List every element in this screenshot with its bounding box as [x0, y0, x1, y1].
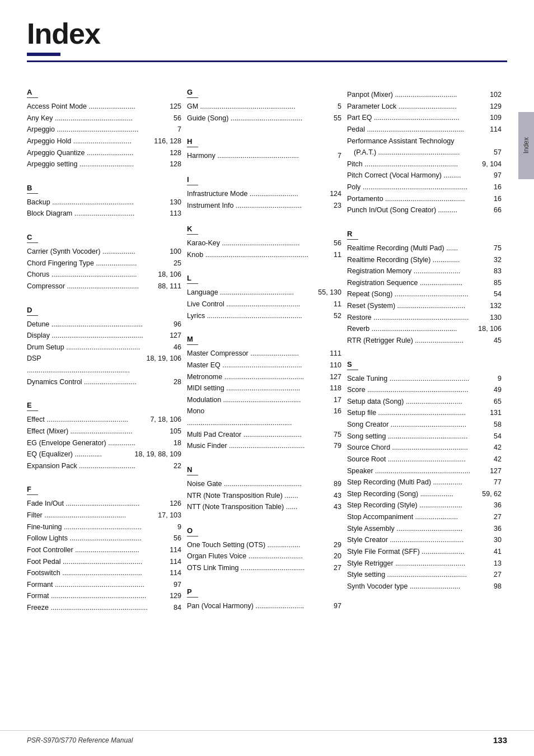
list-item: Synth Vocoder type .....................… [347, 581, 502, 592]
section-letter-K: K [187, 225, 198, 235]
column-3: Panpot (Mixer) .........................… [347, 78, 507, 617]
section-letter-E: E [27, 401, 38, 411]
list-item: Arpeggio Hold ..........................… [27, 136, 181, 147]
page: Index A Access Point Mode ..............… [0, 0, 534, 756]
list-item: Foot Controller ........................… [27, 544, 181, 556]
section-N: N Noise Gate ...........................… [187, 455, 341, 513]
list-item: Infrastructure Mode ....................… [187, 188, 341, 200]
section-I: I Infrastructure Mode ..................… [187, 165, 341, 211]
list-item: Karao-Key ..............................… [187, 237, 341, 249]
list-item: Backup .................................… [27, 197, 181, 208]
list-item: Pitch Correct (Vocal Harmony) .........9… [347, 170, 502, 181]
list-item: Part EQ ................................… [347, 112, 502, 124]
section-E: E Effect ...............................… [27, 391, 181, 472]
section-P-col3: Panpot (Mixer) .........................… [347, 78, 502, 216]
section-letter-R: R [347, 230, 358, 240]
list-item: Noise Gate .............................… [187, 478, 341, 490]
list-item: Foot Pedal .............................… [27, 556, 181, 568]
list-item: Knob ...................................… [187, 249, 341, 261]
list-item: Dynamics Control .......................… [27, 376, 181, 388]
list-item: Effect .................................… [27, 414, 181, 426]
section-letter-L: L [187, 274, 198, 284]
list-item: Display ................................… [27, 330, 181, 342]
list-item: Setup file .............................… [347, 407, 502, 419]
list-item: Step Recording (Multi Pad) .............… [347, 477, 502, 488]
list-item: Chord Fingering Type ...................… [27, 258, 181, 269]
section-letter-B: B [27, 184, 38, 194]
list-item: Step Recording (Song) .................5… [347, 488, 502, 500]
list-item: Any Key ................................… [27, 113, 181, 124]
list-item: Pedal ..................................… [347, 124, 502, 136]
section-F: F Fade In/Out ..........................… [27, 475, 181, 613]
list-item: Compressor .............................… [27, 281, 181, 292]
list-item: Realtime Recording (Multi Pad) ......75 [347, 242, 502, 254]
list-item: Arpeggio Quantize ......................… [27, 147, 181, 159]
list-item: Song Creator ...........................… [347, 419, 502, 431]
list-item: Source Chord ...........................… [347, 442, 502, 454]
list-item: Style Retrigger ........................… [347, 558, 502, 570]
list-item: EQ (Equalizer) ..............18, 19, 88,… [27, 449, 181, 460]
section-letter-G: G [187, 88, 198, 98]
list-item: NTR (Note Transposition Rule) .......43 [187, 490, 341, 502]
section-K: K Karao-Key ............................… [187, 214, 341, 260]
footer-model: PSR-S970/S770 Reference Manual [27, 736, 133, 744]
sidebar-label: Index [522, 137, 530, 153]
list-item: Fine-tuning ............................… [27, 521, 181, 533]
list-item: Pan (Vocal Harmony) ....................… [187, 600, 341, 612]
section-A: A Access Point Mode ....................… [27, 78, 181, 170]
list-item: Pitch ..................................… [347, 158, 502, 170]
list-item: Block Diagram ..........................… [27, 208, 181, 220]
list-item: Registration Memory ....................… [347, 265, 502, 277]
list-item: Arpeggio ...............................… [27, 124, 181, 136]
section-letter-O: O [187, 526, 198, 536]
list-item: Modulation .............................… [187, 394, 341, 406]
list-item: Scale Tuning ...........................… [347, 373, 502, 385]
section-G: G GM ...................................… [187, 78, 341, 124]
list-item: Chorus .................................… [27, 269, 181, 281]
list-item: Speaker ................................… [347, 465, 502, 477]
list-item: RTR (Retrigger Rule) ...................… [347, 335, 502, 347]
list-item: Arpeggio setting .......................… [27, 158, 181, 170]
list-item: Portamento .............................… [347, 193, 502, 205]
list-item: Style File Format (SFF) ................… [347, 546, 502, 558]
footer-page-number: 133 [493, 735, 507, 745]
column-2: G GM ...................................… [187, 78, 347, 617]
list-item: Reverb .................................… [347, 323, 502, 335]
section-letter-P: P [187, 587, 198, 598]
section-R: R Realtime Recording (Multi Pad) ......7… [347, 220, 502, 347]
list-item: Setup data (Song) ......................… [347, 396, 502, 408]
list-item: Metronome ..............................… [187, 371, 341, 383]
list-item: Source Root ............................… [347, 454, 502, 465]
list-item: Lyrics .................................… [187, 310, 341, 322]
section-M: M Master Compressor ....................… [187, 325, 341, 452]
list-item: Formant ................................… [27, 579, 181, 591]
page-title: Index [27, 17, 507, 50]
list-item: Performance Assistant Technology [347, 136, 502, 147]
list-item: EG (Envelope Generator) ..............18 [27, 437, 181, 449]
content-area: A Access Point Mode ....................… [27, 78, 507, 617]
list-item: Master Compressor ......................… [187, 348, 341, 360]
list-item: Language ...............................… [187, 287, 341, 298]
list-item: Expansion Pack .........................… [27, 460, 181, 472]
list-item: Live Control ...........................… [187, 298, 341, 310]
section-D: D Detune ...............................… [27, 296, 181, 388]
list-item: (P.A.T.) ...............................… [347, 147, 502, 158]
section-L: L Language .............................… [187, 264, 341, 321]
header-underline [27, 53, 60, 56]
list-item: Mono ...................................… [187, 405, 341, 428]
section-letter-H: H [187, 137, 198, 147]
list-item: Effect (Mixer) .........................… [27, 426, 181, 437]
list-item: Stop Accompaniment .....................… [347, 511, 502, 523]
section-letter-M: M [187, 335, 198, 345]
list-item: Footswitch .............................… [27, 567, 181, 579]
list-item: GM .....................................… [187, 101, 341, 113]
section-letter-S: S [347, 360, 358, 370]
list-item: Organ Flutes Voice .....................… [187, 550, 341, 562]
list-item: Punch In/Out (Song Creator) ..........66 [347, 204, 502, 216]
list-item: Song setting ...........................… [347, 431, 502, 442]
list-item: Carrier (Synth Vocoder) ................… [27, 246, 181, 258]
section-P-col2-header: P Pan (Vocal Harmony) ..................… [187, 577, 341, 612]
section-S: S Scale Tuning .........................… [347, 350, 502, 592]
list-item: OTS Link Timing ........................… [187, 562, 341, 574]
list-item: Freeze .................................… [27, 602, 181, 614]
